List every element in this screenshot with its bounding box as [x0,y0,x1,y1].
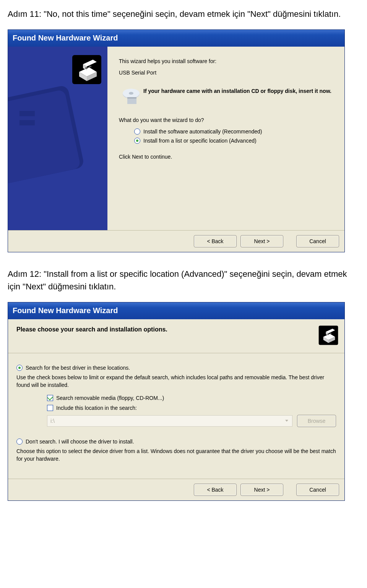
cancel-button[interactable]: Cancel [296,235,339,247]
hardware-card-icon-small [318,325,339,348]
radio-install-from-list[interactable]: Install from a list or specific location… [134,138,333,144]
radio-label: Install from a list or specific location… [143,138,257,144]
radio-label: Don't search. I will choose the driver t… [26,439,134,445]
title-text: Found New Hardware Wizard [13,306,118,315]
wizard-dialog-1: Found New Hardware Wizard [8,29,345,252]
step-12-instruction: Adım 12: "Install from a list or specifi… [8,268,359,293]
radio-label: Search for the best driver in these loca… [26,365,130,371]
radio-icon [16,439,23,445]
title-bar: Found New Hardware Wizard [8,302,344,319]
radio-label: Install the software automatically (Reco… [143,128,262,135]
radio-icon [16,365,23,371]
svg-rect-11 [85,67,88,69]
cd-notice: If your hardware came with an installati… [143,88,331,94]
step-11-instruction: Adım 11: "No, not this time" seçeneğini … [8,8,359,20]
checkbox-label: Search removable media (floppy, CD-ROM..… [56,395,164,401]
svg-rect-12 [89,66,91,67]
svg-rect-4 [19,120,35,125]
svg-rect-3 [19,111,35,116]
checkbox-icon [47,395,53,401]
next-button[interactable]: Next > [240,484,283,496]
radio-dont-search[interactable]: Don't search. I will choose the driver t… [16,439,336,445]
browse-button[interactable]: Browse [297,415,336,427]
chevron-down-icon [284,418,289,424]
radio-icon [134,128,140,135]
hardware-card-icon [71,54,103,87]
location-path-input[interactable]: i:\ [47,415,292,427]
click-next-text: Click Next to continue. [119,154,333,160]
radio-icon [134,138,140,144]
title-text: Found New Hardware Wizard [13,34,118,42]
next-button[interactable]: Next > [240,235,283,247]
intro-text: This wizard helps you install software f… [119,58,333,64]
dont-search-description: Choose this option to select the device … [16,448,336,463]
svg-point-15 [129,92,133,95]
cd-icon [119,86,143,107]
back-button[interactable]: < Back [194,235,237,247]
svg-rect-17 [127,97,136,99]
back-button[interactable]: < Back [194,484,237,496]
checkbox-search-removable[interactable]: Search removable media (floppy, CD-ROM..… [47,395,336,401]
svg-rect-24 [327,334,329,335]
checkbox-icon [47,405,53,411]
svg-rect-25 [330,333,331,334]
svg-marker-26 [285,420,288,422]
path-value: i:\ [50,418,55,424]
wizard-dialog-2: Found New Hardware Wizard Please choose … [8,302,345,501]
cancel-button[interactable]: Cancel [296,484,339,496]
title-bar: Found New Hardware Wizard [8,30,344,47]
dialog-heading: Please choose your search and installati… [16,326,167,333]
radio-search-best-driver[interactable]: Search for the best driver in these loca… [16,365,336,371]
checkbox-include-location[interactable]: Include this location in the search: [47,405,336,411]
wizard-question: What do you want the wizard to do? [119,117,333,123]
search-description: Use the check boxes below to limit or ex… [16,374,336,389]
side-graphic-panel [8,47,107,230]
radio-install-auto[interactable]: Install the software automatically (Reco… [134,128,333,135]
checkbox-label: Include this location in the search: [56,405,137,411]
device-name: USB Serial Port [119,70,333,76]
